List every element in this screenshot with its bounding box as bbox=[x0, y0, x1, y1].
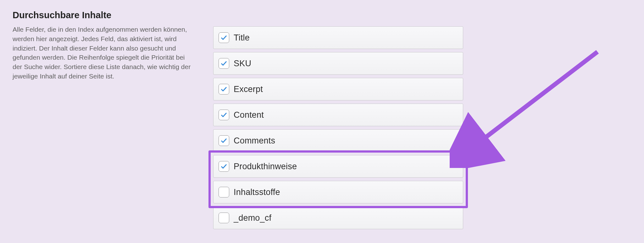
field-label: SKU bbox=[234, 59, 251, 68]
field-row[interactable]: _demo_cf bbox=[213, 207, 463, 229]
field-checkbox[interactable] bbox=[219, 84, 229, 94]
field-label: Produkthinweise bbox=[234, 162, 297, 171]
field-label: Content bbox=[234, 110, 264, 120]
field-row[interactable]: Title bbox=[213, 26, 463, 49]
section-description: Alle Felder, die in den Index aufgenomme… bbox=[13, 25, 194, 81]
field-list: TitleSKUExcerptContentCommentsProdukthin… bbox=[213, 26, 463, 229]
field-label: Comments bbox=[234, 136, 275, 146]
field-label: Inhaltsstoffe bbox=[234, 187, 280, 197]
field-label: _demo_cf bbox=[234, 213, 271, 223]
field-checkbox[interactable] bbox=[219, 110, 229, 120]
field-label: Title bbox=[234, 33, 250, 43]
field-checkbox[interactable] bbox=[219, 32, 229, 43]
field-row[interactable]: Comments bbox=[213, 129, 463, 152]
field-checkbox[interactable] bbox=[219, 213, 229, 223]
field-row[interactable]: SKU bbox=[213, 52, 463, 75]
field-checkbox[interactable] bbox=[219, 187, 229, 197]
section-info: Durchsuchbare Inhalte Alle Felder, die i… bbox=[13, 10, 201, 229]
field-row[interactable]: Content bbox=[213, 104, 463, 126]
field-row[interactable]: Inhaltsstoffe bbox=[213, 181, 463, 203]
field-checkbox[interactable] bbox=[219, 58, 229, 69]
section-title: Durchsuchbare Inhalte bbox=[13, 10, 194, 20]
searchable-fields-column: TitleSKUExcerptContentCommentsProdukthin… bbox=[213, 26, 463, 229]
field-checkbox[interactable] bbox=[219, 161, 229, 172]
field-checkbox[interactable] bbox=[219, 135, 229, 146]
field-row[interactable]: Excerpt bbox=[213, 78, 463, 100]
settings-panel: Durchsuchbare Inhalte Alle Felder, die i… bbox=[0, 0, 644, 242]
field-label: Excerpt bbox=[234, 84, 263, 94]
field-row[interactable]: Produkthinweise bbox=[213, 155, 463, 178]
